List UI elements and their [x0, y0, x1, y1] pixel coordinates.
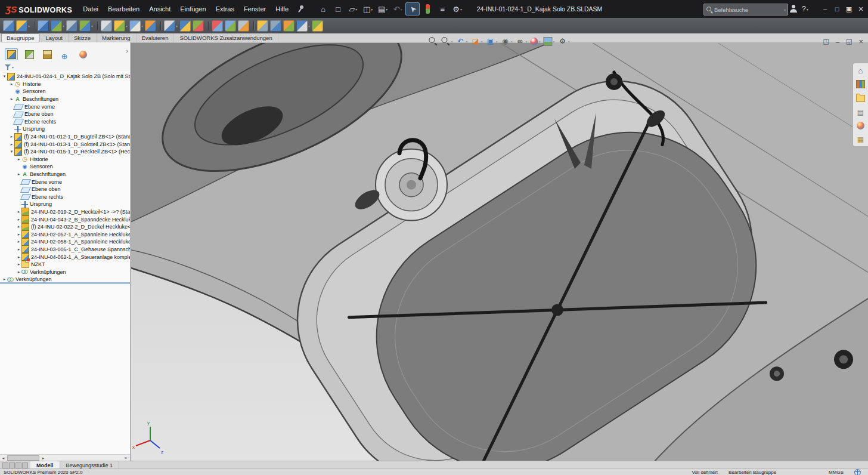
dropdown-caret-icon[interactable]: ▾: [126, 24, 128, 28]
expand-arrow-icon[interactable]: ▸: [16, 157, 21, 162]
open-document-icon[interactable]: ▱ ▾: [346, 2, 360, 16]
tree-item[interactable]: Ebene rechts: [0, 193, 130, 201]
expand-arrow-icon[interactable]: ▸: [16, 209, 21, 214]
user-account-icon[interactable]: [789, 5, 798, 13]
zoom-area-icon[interactable]: ▾: [441, 36, 452, 46]
tree-item[interactable]: ▸ Historie: [0, 81, 130, 88]
viewport-restore-button[interactable]: [846, 37, 852, 46]
menu-item[interactable]: Fenster: [239, 0, 271, 18]
command-tab[interactable]: Layout: [40, 33, 69, 42]
dropdown-caret-icon[interactable]: ▾: [401, 7, 402, 11]
evaluate-list-icon[interactable]: ≡: [435, 2, 450, 16]
dropdown-caret-icon[interactable]: ▾: [176, 24, 178, 28]
component-pattern-icon[interactable]: ▾: [51, 20, 64, 32]
menu-item[interactable]: Einfügen: [175, 0, 210, 18]
dropdown-caret-icon[interactable]: ▾: [466, 39, 467, 44]
tree-item[interactable]: ▸ Verknüpfungen: [0, 276, 130, 283]
split-box-icon[interactable]: [2, 462, 8, 468]
move-component-icon[interactable]: ▾: [79, 20, 93, 32]
tree-item[interactable]: ▾ (f) 24-INU-01-015-1_D_Heckteil ZB<1> (…: [0, 148, 130, 156]
tree-item[interactable]: ▸ 24-INU-04-062-1_A_Steueranlage komplet…: [0, 253, 130, 261]
tree-item[interactable]: Ebene oben: [0, 110, 130, 118]
menu-item[interactable]: Ansicht: [144, 0, 175, 18]
command-tab[interactable]: SOLIDWORKS Zusatzanwendungen: [174, 33, 278, 42]
panel-expand-icon[interactable]: »: [122, 455, 130, 461]
command-tab[interactable]: Evaluieren: [137, 33, 175, 42]
filter-icon[interactable]: [5, 64, 11, 70]
tree-item[interactable]: ▸ (f) 24-INU-02-022-2_D_Deckel Heckluke<…: [0, 223, 130, 231]
viewport-minimize-button[interactable]: [836, 37, 839, 46]
expand-arrow-icon[interactable]: ▸: [16, 239, 21, 244]
command-tab[interactable]: Baugruppe: [1, 33, 40, 42]
expand-arrow-icon[interactable]: ▸: [16, 224, 21, 229]
command-tab[interactable]: Markierung: [97, 33, 137, 42]
tree-item[interactable]: ▸ 24-INU-02-019-2_D_Heckteil<1> ->? (Sta…: [0, 208, 130, 216]
new-document-icon[interactable]: □: [331, 2, 345, 16]
displaymanager-tab[interactable]: [76, 48, 89, 60]
tree-item[interactable]: Ursprung: [0, 201, 130, 208]
expand-arrow-icon[interactable]: ▸: [9, 134, 14, 139]
expand-arrow-icon[interactable]: ▸: [16, 172, 21, 177]
help-menu[interactable]: ? ▾: [802, 0, 808, 18]
split-box-icon[interactable]: [16, 462, 21, 468]
tree-item[interactable]: Ebene oben: [0, 186, 130, 193]
units-selector[interactable]: MMGS: [829, 470, 844, 475]
tree-item[interactable]: ▸ 24-INU-04-043-2_B_Spanndecke Heckluke<…: [0, 215, 130, 223]
expand-arrow-icon[interactable]: ▸: [2, 277, 7, 282]
select-tool-icon[interactable]: ➤: [405, 2, 420, 16]
previous-view-icon[interactable]: ▾: [455, 36, 467, 46]
tree-item[interactable]: ▸ (f) 24-INU-01-012-1_D_Bugteil ZB<1> (S…: [0, 133, 130, 141]
tree-item[interactable]: ▸ Beschriftungen: [0, 171, 130, 178]
tree-item[interactable]: ▸ 24-INU-03-005-1_C_Gehaeuse Spannschlos…: [0, 246, 130, 254]
kayak-3d-model[interactable]: x y z: [130, 42, 868, 461]
home-icon[interactable]: ⌂: [316, 2, 330, 16]
dropdown-caret-icon[interactable]: ▾: [371, 7, 373, 11]
display-style-icon[interactable]: ▾: [500, 36, 512, 46]
view-orientation-icon[interactable]: ▾: [485, 36, 497, 46]
dropdown-caret-icon[interactable]: ▾: [510, 39, 512, 44]
expand-arrow-icon[interactable]: ▸: [16, 270, 21, 274]
scrollbar-thumb[interactable]: [7, 455, 39, 461]
dropdown-caret-icon[interactable]: ▾: [141, 24, 143, 28]
expand-arrow-icon[interactable]: ▸: [16, 247, 21, 252]
mate-icon[interactable]: [38, 20, 49, 32]
mass-properties-icon[interactable]: [270, 20, 281, 32]
command-tab[interactable]: Skizze: [69, 33, 97, 42]
expand-arrow-icon[interactable]: ▸: [16, 232, 21, 237]
propertymanager-tab[interactable]: [23, 48, 36, 60]
scroll-right-icon[interactable]: ▸: [40, 456, 46, 461]
dropdown-caret-icon[interactable]: ▾: [526, 39, 528, 44]
expand-arrow-icon[interactable]: ▸: [16, 262, 21, 267]
dropdown-caret-icon[interactable]: ▾: [460, 7, 462, 11]
expand-arrow-icon[interactable]: ▸: [9, 97, 14, 101]
design-library-icon[interactable]: [855, 79, 866, 89]
scroll-left-icon[interactable]: ◂: [0, 456, 7, 461]
print-icon[interactable]: ▤ ▾: [376, 2, 390, 16]
explode-line-sketch-icon[interactable]: [193, 20, 204, 32]
appearances-icon[interactable]: [855, 121, 866, 130]
dropdown-caret-icon[interactable]: ▾: [386, 7, 388, 11]
graphics-area[interactable]: x y z ▾ ▾ ▾ ▾ ▾ ▾ ▾: [130, 42, 868, 461]
dropdown-caret-icon[interactable]: ▾: [495, 39, 497, 44]
menu-item[interactable]: Extras: [211, 0, 239, 18]
tree-item[interactable]: ▸ Verknüpfungen: [0, 268, 130, 276]
menu-item[interactable]: Hilfe: [271, 0, 293, 18]
dropdown-caret-icon[interactable]: ▾: [568, 39, 570, 44]
measure-icon[interactable]: [257, 20, 268, 32]
globe-icon[interactable]: [854, 469, 861, 475]
split-box-icon[interactable]: [9, 462, 15, 468]
tree-item[interactable]: ▸ 24-INU-02-057-1_A_Spannleine Heckluke …: [0, 230, 130, 238]
featuremanager-tab[interactable]: [5, 48, 18, 60]
expand-arrow-icon[interactable]: ▾: [9, 149, 14, 154]
instant3d-icon[interactable]: [312, 20, 323, 32]
tree-item[interactable]: Sensoren: [0, 163, 130, 171]
dropdown-caret-icon[interactable]: ▾: [553, 39, 555, 44]
dropdown-caret-icon[interactable]: ▾: [355, 7, 357, 11]
view-palette-icon[interactable]: [855, 107, 866, 116]
dropdown-caret-icon[interactable]: ▾: [63, 24, 64, 28]
tree-item[interactable]: ▸ NZKT: [0, 261, 130, 269]
viewport-pane-icon[interactable]: [823, 37, 829, 46]
viewport-close-button[interactable]: [858, 37, 863, 46]
insert-components-icon[interactable]: ▾: [16, 20, 30, 32]
file-explorer-icon[interactable]: [855, 93, 866, 103]
